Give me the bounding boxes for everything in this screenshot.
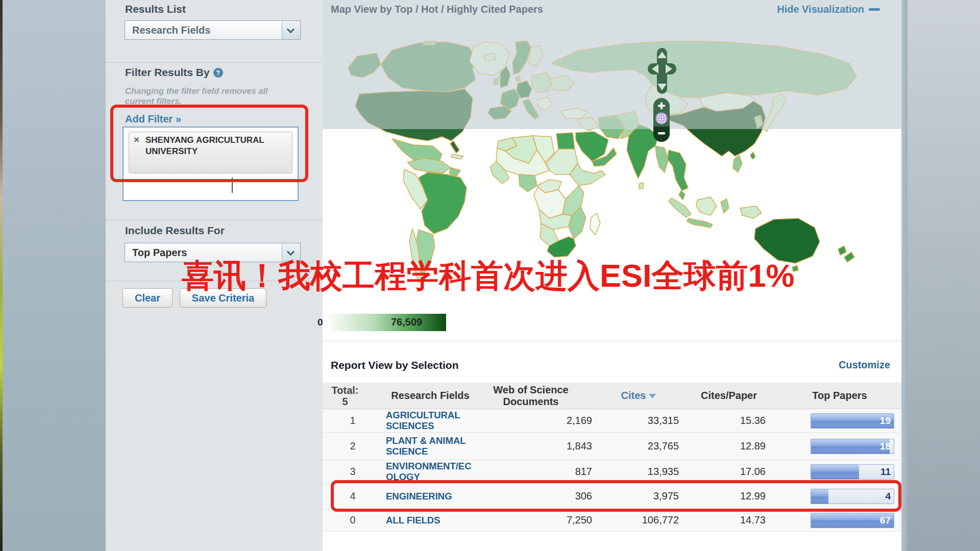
legend-max: 76,509 <box>391 316 422 328</box>
panel-right-edge <box>901 0 908 551</box>
headline-overlay-text: 喜讯！我校工程学科首次进入ESI全球前1% <box>182 254 795 298</box>
row-top-papers: 18 <box>783 439 901 454</box>
row-cites-per-paper: 17.06 <box>695 466 783 478</box>
top-papers-bar: 18 <box>811 439 894 454</box>
top-papers-value: 67 <box>880 515 891 526</box>
results-list-heading: Results List <box>125 3 186 15</box>
annotation-box-engineering-row <box>331 480 901 512</box>
top-papers-value: 11 <box>880 466 891 478</box>
table-row[interactable]: 2 PLANT & ANIMAL SCIENCE 1,843 23,765 12… <box>323 433 901 460</box>
top-papers-value: 19 <box>880 415 891 427</box>
map-view-title: Map View by Top / Hot / Highly Cited Pap… <box>331 4 543 15</box>
sort-desc-icon <box>649 394 656 398</box>
table-row[interactable]: 1 AGRICULTURAL SCIENCES 2,169 33,315 15.… <box>323 409 901 433</box>
row-docs: 2,169 <box>485 415 607 427</box>
col-total[interactable]: Total:5 <box>323 385 368 407</box>
row-field: ALL FIELDS <box>368 514 485 526</box>
row-cites: 13,935 <box>607 466 695 478</box>
row-field: AGRICULTURAL SCIENCES <box>368 410 485 432</box>
globe-icon <box>656 113 667 124</box>
map-pan-control[interactable] <box>648 48 676 94</box>
annotation-box-filter <box>110 105 308 182</box>
help-icon[interactable]: ? <box>213 68 223 78</box>
row-cites: 23,765 <box>607 440 695 452</box>
divider <box>323 341 901 341</box>
row-cites: 106,772 <box>607 514 695 526</box>
row-docs: 7,250 <box>485 514 607 526</box>
row-cites: 33,315 <box>607 415 695 427</box>
col-research-fields[interactable]: Research Fields <box>368 390 485 402</box>
chevron-down-icon[interactable] <box>282 21 300 39</box>
row-field: PLANT & ANIMAL SCIENCE <box>368 435 485 457</box>
filter-results-heading: Filter Results By? <box>125 66 223 79</box>
photo-backdrop-left <box>0 0 106 551</box>
divider <box>106 220 323 220</box>
filter-note: Changing the filter field removes all cu… <box>125 86 297 106</box>
top-papers-value: 18 <box>880 441 891 452</box>
legend-gradient-bar: 76,509 <box>326 314 446 331</box>
row-field: ENVIRONMENT/ECOLOGY <box>368 461 485 483</box>
row-cites-per-paper: 15.36 <box>695 415 783 427</box>
col-cites-sorted[interactable]: Cites <box>607 390 695 402</box>
top-papers-bar-fill <box>811 465 859 479</box>
row-top-papers: 11 <box>783 464 901 480</box>
photo-edge-colors <box>0 0 3 551</box>
row-rank: 3 <box>323 466 368 478</box>
col-wos-documents[interactable]: Web of Science Documents <box>485 384 607 408</box>
row-docs: 817 <box>485 466 607 478</box>
results-list-dropdown[interactable]: Research Fields <box>125 20 301 40</box>
research-field-link[interactable]: ENVIRONMENT/ECOLOGY <box>386 461 474 482</box>
row-rank: 2 <box>323 440 368 452</box>
top-papers-bar-fill <box>811 439 890 454</box>
include-results-heading: Include Results For <box>125 224 225 237</box>
col-cites-per-paper[interactable]: Cites/Paper <box>695 390 783 402</box>
row-cites-per-paper: 12.89 <box>695 440 783 452</box>
divider <box>106 62 323 63</box>
row-rank: 0 <box>323 514 368 526</box>
hide-visualization-link[interactable]: Hide Visualization <box>777 4 880 15</box>
photo-backdrop-right <box>908 0 980 551</box>
minus-icon <box>869 8 880 11</box>
legend-min: 0 <box>317 317 325 328</box>
research-field-link[interactable]: ALL FIELDS <box>386 515 440 525</box>
research-field-link[interactable]: PLANT & ANIMAL SCIENCE <box>386 435 474 457</box>
clear-button[interactable]: Clear <box>122 288 173 308</box>
customize-link[interactable]: Customize <box>839 359 890 371</box>
row-docs: 1,843 <box>485 440 607 452</box>
zoom-out-icon <box>658 132 665 135</box>
table-header-row: Total:5 Research Fields Web of Science D… <box>323 383 901 409</box>
map-mute-overlay <box>323 0 901 129</box>
row-top-papers: 19 <box>783 413 901 429</box>
include-results-value: Top Papers <box>125 247 187 259</box>
col-top-papers[interactable]: Top Papers <box>783 390 901 402</box>
map-legend: 0 76,509 <box>317 314 446 331</box>
report-view-title: Report View by Selection <box>331 359 459 371</box>
research-field-link[interactable]: AGRICULTURAL SCIENCES <box>386 410 474 431</box>
row-cites-per-paper: 14.73 <box>695 514 783 526</box>
row-top-papers: 67 <box>783 513 901 528</box>
map-zoom-control[interactable] <box>653 98 670 142</box>
top-papers-bar: 11 <box>811 464 894 480</box>
top-papers-bar: 67 <box>811 513 894 528</box>
top-papers-bar: 19 <box>811 413 894 429</box>
table-row[interactable]: 0 ALL FIELDS 7,250 106,772 14.73 67 <box>323 509 901 532</box>
results-list-value: Research Fields <box>125 24 210 36</box>
row-rank: 1 <box>323 415 368 427</box>
table-body: 1 AGRICULTURAL SCIENCES 2,169 33,315 15.… <box>323 409 901 532</box>
